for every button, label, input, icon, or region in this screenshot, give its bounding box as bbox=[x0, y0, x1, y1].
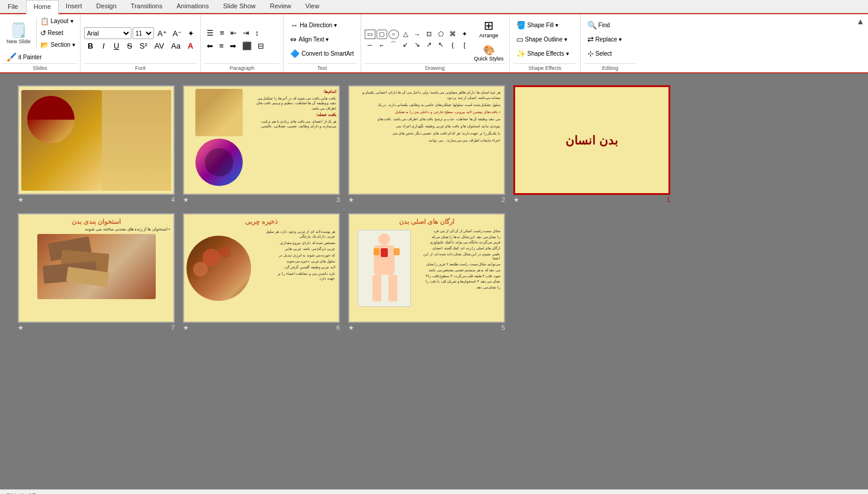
character-spacing-button[interactable]: AV bbox=[152, 40, 167, 52]
new-slide-button[interactable]: 🗒️ New Slide bbox=[2, 17, 35, 49]
reset-button[interactable]: ↺ Reset bbox=[38, 28, 78, 39]
decrease-font-button[interactable]: A⁻ bbox=[171, 28, 185, 39]
slide-thumb-4[interactable] bbox=[18, 85, 175, 195]
text-direction-button[interactable]: ↔ Ha Direction ▾ bbox=[287, 19, 356, 31]
shape-outline-button[interactable]: ▭ Shape Outline ▾ bbox=[513, 33, 577, 46]
shape-fill-button[interactable]: 🪣 Shape Fill ▾ bbox=[513, 19, 577, 31]
bullets-button[interactable]: ☰ bbox=[204, 27, 216, 39]
shape-oval[interactable]: ○ bbox=[388, 30, 399, 39]
align-text-button[interactable]: ⇔ Align Text ▾ bbox=[287, 33, 356, 46]
shape-more-4[interactable]: ✦ bbox=[459, 30, 470, 39]
select-button[interactable]: ⊹ Select bbox=[584, 47, 636, 60]
bold-button[interactable]: B bbox=[85, 40, 97, 52]
slide-thumb-1[interactable]: بدن انسان bbox=[513, 85, 670, 195]
tab-review[interactable]: Review bbox=[263, 0, 298, 13]
paragraph-group-label: Paragraph bbox=[204, 63, 279, 71]
new-slide-label: New Slide bbox=[7, 39, 31, 44]
editing-group-label: Editing bbox=[584, 63, 636, 71]
justify-button[interactable]: ⬛ bbox=[240, 40, 254, 52]
italic-button[interactable]: I bbox=[98, 40, 110, 52]
text-direction-icon: ↔ bbox=[290, 21, 298, 30]
app-body: ★ 4 اندام‌ها: بافت هایی یافت می شوند که … bbox=[0, 73, 868, 489]
shape-more-1[interactable]: ⊡ bbox=[424, 30, 435, 39]
shape-triangle[interactable]: △ bbox=[400, 30, 411, 39]
format-painter-button[interactable]: 🖌️ it Painter bbox=[4, 50, 44, 63]
slides-area: ★ 4 اندام‌ها: بافت هایی یافت می شوند که … bbox=[0, 73, 868, 489]
clear-format-button[interactable]: ✦ bbox=[185, 28, 197, 39]
font-size-select[interactable]: 11 bbox=[133, 27, 154, 39]
slide-thumb-7[interactable]: استخوان بندی بدن • استخوان ها از زنده ها… bbox=[18, 213, 175, 323]
quick-styles-label: Quick Styles bbox=[474, 56, 504, 62]
shape-ul[interactable]: ↗ bbox=[424, 40, 435, 50]
underline-button[interactable]: U bbox=[111, 40, 123, 52]
tab-file[interactable]: File bbox=[0, 0, 26, 13]
slide1-title: بدن انسان bbox=[565, 133, 618, 147]
shape-rounded-rect[interactable]: ▢ bbox=[377, 30, 387, 39]
font-family-select[interactable]: Arial bbox=[84, 27, 131, 39]
status-bar: Slide 1 of 7 bbox=[0, 489, 868, 494]
tab-slideshow[interactable]: Slide Show bbox=[216, 0, 263, 13]
slide-thumb-3[interactable]: اندام‌ها: بافت هایی یافت می شوند که در آ… bbox=[183, 85, 340, 195]
font-group-label: Font bbox=[84, 63, 197, 71]
numbered-list-button[interactable]: ≡ bbox=[217, 27, 227, 39]
format-painter-icon: 🖌️ bbox=[7, 52, 17, 62]
shape-line[interactable]: ─ bbox=[365, 40, 375, 50]
shape-more-2[interactable]: ⬠ bbox=[436, 30, 446, 39]
shape-more-3[interactable]: ⌘ bbox=[448, 30, 458, 39]
slide-number-7: 7 bbox=[171, 324, 175, 332]
align-right-button[interactable]: ➡ bbox=[227, 40, 239, 52]
line-spacing-button[interactable]: ↕ bbox=[253, 27, 262, 39]
increase-indent-button[interactable]: ⇥ bbox=[240, 27, 252, 39]
tab-design[interactable]: Design bbox=[89, 0, 124, 13]
shape-brace[interactable]: { bbox=[448, 40, 458, 50]
slide-star-3: ★ bbox=[183, 196, 189, 204]
arrange-button[interactable]: ⊞ Arrange bbox=[477, 15, 501, 41]
tab-home[interactable]: Home bbox=[26, 0, 59, 14]
slides-group-label: Slides bbox=[2, 63, 78, 71]
arrange-icon: ⊞ bbox=[484, 18, 494, 33]
font-color-button[interactable]: A bbox=[185, 40, 196, 52]
text-shadow-button[interactable]: S² bbox=[137, 40, 150, 52]
slide-thumb-6[interactable]: ذخیره چربی هر پوست لایه ای از چربی وجود … bbox=[183, 213, 340, 323]
shape-effects-button[interactable]: ✨ Shape Effects ▾ bbox=[513, 47, 577, 60]
shape-dl[interactable]: ↙ bbox=[400, 40, 411, 50]
tab-transitions[interactable]: Transitions bbox=[124, 0, 169, 13]
find-button[interactable]: 🔍 Find bbox=[584, 19, 636, 31]
ribbon-group-font: Arial 11 A⁺ A⁻ ✦ B I U S S² AV Aa A Font bbox=[81, 14, 201, 72]
shape-elbow[interactable]: ⌐ bbox=[377, 40, 387, 50]
slide-wrapper-1: بدن انسان ★ 1 bbox=[513, 85, 670, 205]
replace-button[interactable]: ⇄ Replace ▾ bbox=[584, 33, 636, 46]
change-case-button[interactable]: Aa bbox=[168, 40, 184, 52]
shape-outline-icon: ▭ bbox=[516, 35, 523, 44]
slide-placeholder bbox=[513, 213, 670, 323]
replace-dropdown-icon: ▾ bbox=[619, 36, 622, 43]
strikethrough-button[interactable]: S bbox=[124, 40, 136, 52]
ribbon-group-drawing: ▭ ▢ ○ △ → ⊡ ⬠ ⌘ ✦ ─ ⌐ ⌒ ↙ ↘ ↗ ↖ bbox=[361, 14, 510, 72]
tab-animations[interactable]: Animations bbox=[169, 0, 216, 13]
shape-curved[interactable]: ⌒ bbox=[388, 40, 399, 50]
quick-styles-button[interactable]: 🎨 Quick Styles bbox=[472, 43, 506, 63]
convert-smartart-button[interactable]: 🔷 Convert to SmartArt bbox=[287, 47, 356, 60]
shape-rect[interactable]: ▭ bbox=[365, 30, 375, 39]
layout-button[interactable]: 📋 Layout ▾ bbox=[38, 16, 78, 27]
shape-dr[interactable]: ↘ bbox=[412, 40, 423, 50]
shape-ur[interactable]: ↖ bbox=[436, 40, 446, 50]
shape-fill-icon: 🪣 bbox=[516, 21, 526, 30]
slide-thumb-5[interactable]: ارگان های اصلی بدن شکل سمت راست اسکن از … bbox=[348, 213, 505, 323]
section-button[interactable]: 📂 Section ▾ bbox=[38, 40, 78, 50]
slide-star-4: ★ bbox=[18, 196, 24, 204]
increase-font-button[interactable]: A⁺ bbox=[155, 28, 169, 39]
slide-thumb-2[interactable]: هر چند انسان ها دارای ظاهر متفاوتی می با… bbox=[348, 85, 505, 195]
align-left-button[interactable]: ⬅ bbox=[204, 40, 216, 52]
shape-arrow[interactable]: → bbox=[412, 30, 423, 39]
tab-view[interactable]: View bbox=[298, 0, 327, 13]
slide-number-5: 5 bbox=[501, 324, 505, 332]
columns-button[interactable]: ⊟ bbox=[255, 40, 266, 52]
layout-dropdown-icon: ▾ bbox=[70, 18, 73, 24]
shape-bracket[interactable]: [ bbox=[459, 40, 470, 50]
center-button[interactable]: ≡ bbox=[217, 40, 226, 52]
decrease-indent-button[interactable]: ⇤ bbox=[228, 27, 239, 39]
slide-star-5: ★ bbox=[348, 324, 354, 332]
ribbon-collapse-button[interactable]: ▲ bbox=[853, 14, 868, 72]
tab-insert[interactable]: Insert bbox=[59, 0, 89, 13]
